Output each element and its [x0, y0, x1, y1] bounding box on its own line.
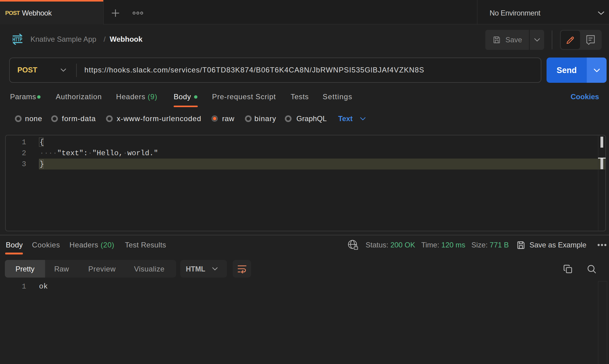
svg-text:HTTP: HTTP [12, 37, 22, 43]
